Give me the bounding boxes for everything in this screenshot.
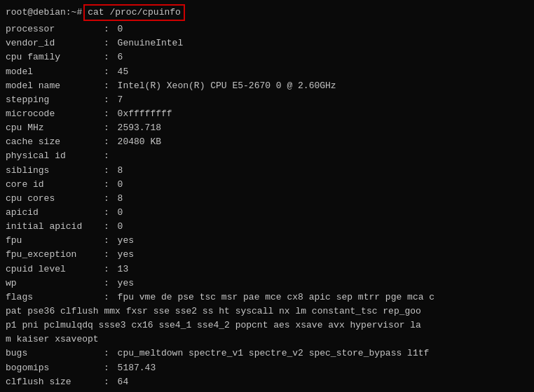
field-value: 8 (118, 164, 123, 178)
output-line: stepping: 7 (6, 93, 528, 107)
field-name: fpu_exception (6, 248, 104, 262)
output-line: clflush size: 64 (6, 375, 528, 388)
terminal: root@debian:~# cat /proc/cpuinfo process… (6, 4, 528, 388)
output-line: model name: Intel(R) Xeon(R) CPU E5-2670… (6, 79, 528, 93)
output-line: bogomips: 5187.43 (6, 361, 528, 375)
output-line: wp: yes (6, 276, 528, 290)
field-sep: : (104, 36, 115, 50)
field-sep: : (104, 135, 115, 149)
output-line: microcode: 0xffffffff (6, 107, 528, 121)
field-value: 0 (118, 220, 123, 234)
output-line: initial apicid: 0 (6, 220, 528, 234)
field-name: wp (6, 276, 104, 290)
field-sep: : (104, 192, 115, 206)
field-name: physical id (6, 149, 104, 163)
output-line: fpu_exception: yes (6, 248, 528, 262)
field-value: 7 (118, 93, 123, 107)
output-container: processor: 0vendor_id: GenuineIntelcpu f… (6, 22, 528, 388)
output-line: cpu MHz: 2593.718 (6, 121, 528, 135)
output-line: core id: 0 (6, 178, 528, 192)
output-line: cpu cores: 8 (6, 192, 528, 206)
field-sep: : (104, 220, 115, 234)
field-sep: : (104, 107, 115, 121)
field-value: fpu vme de pse tsc msr pae mce cx8 apic … (118, 290, 434, 304)
field-sep: : (104, 234, 115, 248)
field-sep: : (104, 164, 115, 178)
field-name: cache size (6, 135, 104, 149)
field-value: 0 (118, 178, 123, 192)
field-value: 6 (118, 50, 123, 64)
field-sep: : (104, 375, 115, 388)
field-name: model (6, 65, 104, 79)
field-value: cpu_meltdown spectre_v1 spectre_v2 spec_… (118, 346, 430, 360)
field-value: yes (118, 234, 134, 248)
output-line: processor: 0 (6, 22, 528, 36)
field-value: 45 (118, 65, 129, 79)
field-value: 13 (118, 262, 129, 276)
prompt-text: root@debian:~# (6, 6, 82, 20)
field-name: flags (6, 290, 104, 304)
command-box: cat /proc/cpuinfo (83, 4, 185, 21)
field-sep: : (104, 248, 115, 262)
field-value: Intel(R) Xeon(R) CPU E5-2670 0 @ 2.60GHz (118, 79, 336, 93)
field-sep: : (104, 149, 115, 163)
field-sep: : (104, 276, 115, 290)
output-line: cache size: 20480 KB (6, 135, 528, 149)
field-sep: : (104, 346, 115, 360)
output-line: model: 45 (6, 65, 528, 79)
field-sep: : (104, 93, 115, 107)
output-line: apicid: 0 (6, 206, 528, 220)
field-name: cpu cores (6, 192, 104, 206)
field-sep: : (104, 290, 115, 304)
output-line: cpu family: 6 (6, 50, 528, 64)
field-name: siblings (6, 164, 104, 178)
field-sep: : (104, 22, 115, 36)
output-line: vendor_id: GenuineIntel (6, 36, 528, 50)
output-line: p1 pni pclmulqdq ssse3 cx16 sse4_1 sse4_… (6, 318, 528, 332)
field-name: clflush size (6, 375, 104, 388)
output-line: pat pse36 clflush mmx fxsr sse sse2 ss h… (6, 304, 528, 318)
field-sep: : (104, 65, 115, 79)
field-value: 0 (118, 22, 123, 36)
field-name: fpu (6, 234, 104, 248)
field-name: microcode (6, 107, 104, 121)
field-name: cpu family (6, 50, 104, 64)
field-name: cpuid level (6, 262, 104, 276)
field-value: 8 (118, 192, 123, 206)
field-name: initial apicid (6, 220, 104, 234)
output-line: cpuid level: 13 (6, 262, 528, 276)
prompt-line: root@debian:~# cat /proc/cpuinfo (6, 4, 528, 21)
field-value: GenuineIntel (118, 36, 184, 50)
field-name: cpu MHz (6, 121, 104, 135)
output-line: m kaiser xsaveopt (6, 332, 528, 346)
field-name: stepping (6, 93, 104, 107)
output-line: bugs: cpu_meltdown spectre_v1 spectre_v2… (6, 346, 528, 360)
field-value: 2593.718 (118, 121, 161, 135)
field-name: core id (6, 178, 104, 192)
field-sep: : (104, 121, 115, 135)
field-value: 0xffffffff (118, 107, 172, 121)
field-value: 5187.43 (118, 361, 156, 375)
field-name: apicid (6, 206, 104, 220)
field-sep: : (104, 50, 115, 64)
field-value: yes (118, 248, 134, 262)
output-line: physical id: (6, 149, 528, 163)
field-name: vendor_id (6, 36, 104, 50)
field-value: 64 (118, 375, 129, 388)
field-value: 20480 KB (118, 135, 161, 149)
output-line: siblings: 8 (6, 164, 528, 178)
output-line: flags: fpu vme de pse tsc msr pae mce cx… (6, 290, 528, 304)
field-value: 0 (118, 206, 123, 220)
field-sep: : (104, 206, 115, 220)
field-name: model name (6, 79, 104, 93)
field-value: yes (118, 276, 134, 290)
field-sep: : (104, 178, 115, 192)
field-name: bugs (6, 346, 104, 360)
field-sep: : (104, 361, 115, 375)
output-line: fpu: yes (6, 234, 528, 248)
field-name: processor (6, 22, 104, 36)
field-sep: : (104, 262, 115, 276)
field-sep: : (104, 79, 115, 93)
field-name: bogomips (6, 361, 104, 375)
